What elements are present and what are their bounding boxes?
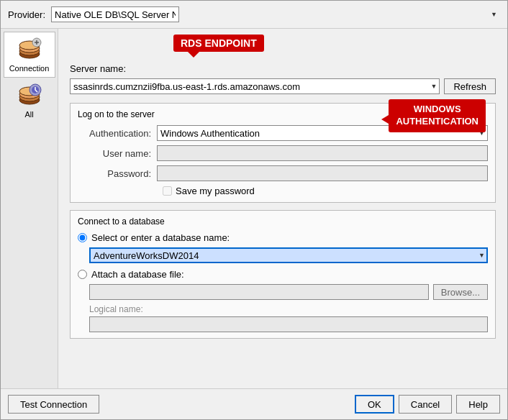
server-name-row: Refresh	[70, 78, 496, 94]
all-icon	[17, 83, 42, 109]
save-password-row: Save my password	[78, 186, 488, 196]
server-name-input[interactable]	[70, 78, 440, 94]
sidebar-item-connection[interactable]: Connection	[4, 32, 55, 78]
sidebar-connection-label: Connection	[9, 64, 50, 73]
dialog: Provider: Connection	[0, 0, 508, 420]
provider-label: Provider:	[8, 9, 45, 20]
rds-endpoint-annotation: RDS ENDPOINT	[173, 35, 264, 52]
username-input[interactable]	[157, 145, 488, 161]
select-db-label: Select or enter a database name:	[91, 232, 230, 243]
content-panel: RDS ENDPOINT WINDOWSAUTHENTICATION Serve…	[58, 29, 507, 388]
database-section: Connect to a database Select or enter a …	[70, 210, 496, 339]
provider-row: Provider:	[1, 1, 507, 29]
sidebar: Connection All	[1, 29, 58, 388]
logical-name-label: Logical name:	[89, 304, 488, 314]
sidebar-all-label: All	[24, 110, 33, 119]
username-wrapper	[157, 145, 488, 161]
refresh-button[interactable]: Refresh	[444, 78, 496, 94]
select-db-radio[interactable]	[78, 233, 87, 242]
cancel-button[interactable]: Cancel	[399, 395, 452, 414]
footer: Test Connection OK Cancel Help	[1, 388, 507, 419]
main-area: Connection All RDS ENDPOINT	[1, 29, 507, 388]
username-row: User name:	[78, 145, 488, 161]
password-input[interactable]	[157, 165, 488, 181]
ok-button[interactable]: OK	[355, 395, 394, 414]
select-db-radio-row: Select or enter a database name:	[78, 232, 488, 243]
footer-right: OK Cancel Help	[355, 395, 500, 414]
db-select-wrapper	[89, 247, 488, 263]
server-name-label: Server name:	[70, 63, 496, 74]
provider-input[interactable]	[51, 6, 179, 22]
server-name-select-wrapper	[70, 78, 440, 94]
footer-left: Test Connection	[8, 395, 349, 414]
windows-auth-annotation: WINDOWSAUTHENTICATION	[389, 99, 486, 132]
save-password-label: Save my password	[176, 186, 255, 196]
attach-db-label: Attach a database file:	[91, 269, 184, 280]
password-wrapper	[157, 165, 488, 181]
help-button[interactable]: Help	[456, 395, 500, 414]
logical-name-input[interactable]	[89, 316, 488, 332]
save-password-checkbox[interactable]	[163, 186, 172, 196]
auth-label: Authentication:	[78, 128, 157, 139]
attach-file-input[interactable]	[89, 284, 429, 300]
provider-select-wrapper	[51, 6, 500, 22]
database-title: Connect to a database	[78, 216, 488, 227]
test-connection-button[interactable]: Test Connection	[8, 395, 99, 414]
password-row: Password:	[78, 165, 488, 181]
connection-icon	[17, 37, 42, 63]
db-name-input[interactable]	[89, 247, 488, 263]
password-label: Password:	[78, 168, 157, 179]
attach-db-radio[interactable]	[78, 270, 87, 279]
logical-name-row: Logical name:	[89, 304, 488, 332]
attach-file-row: Browse...	[89, 284, 488, 300]
attach-db-radio-row: Attach a database file:	[78, 269, 488, 280]
username-label: User name:	[78, 148, 157, 159]
browse-button[interactable]: Browse...	[433, 284, 488, 300]
sidebar-item-all[interactable]: All	[4, 78, 55, 124]
